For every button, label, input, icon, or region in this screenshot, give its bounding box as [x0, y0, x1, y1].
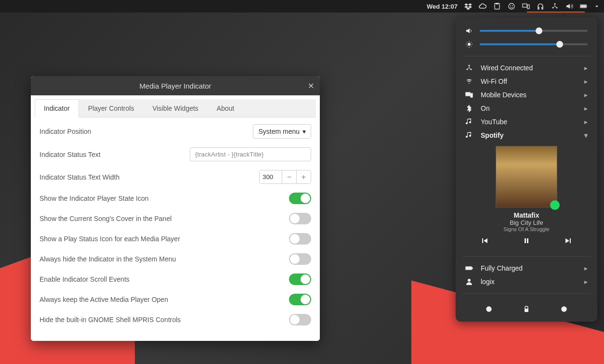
svg-rect-12 [581, 5, 586, 7]
toggle-3[interactable] [289, 253, 311, 265]
toggle-label-4: Enable Indicator Scroll Events [39, 275, 289, 283]
toggle-5[interactable] [289, 294, 311, 305]
toggle-label-5: Always keep the Active Media Player Open [39, 296, 289, 303]
battery-icon [465, 264, 473, 272]
width-increment[interactable]: + [296, 170, 311, 183]
menu-youtube[interactable]: YouTube▸ [456, 115, 597, 129]
tab-indicator[interactable]: Indicator [35, 99, 79, 117]
gaming-icon[interactable] [508, 2, 515, 10]
menu-wifi[interactable]: Wi-Fi Off▸ [456, 75, 597, 88]
label-status-text: Indicator Status Text [39, 151, 190, 158]
label-position: Indicator Position [39, 128, 253, 135]
settings-window: Media Player Indicator ✕ Indicator Playe… [31, 76, 320, 341]
power-icon[interactable] [560, 305, 568, 313]
toggle-4[interactable] [289, 273, 311, 285]
clock[interactable]: Wed 12:07 [427, 3, 458, 10]
toggle-1[interactable] [289, 213, 311, 224]
svg-point-25 [468, 279, 471, 282]
width-spinner: − + [259, 170, 311, 184]
form: Indicator Position System menu▾ Indicato… [35, 117, 316, 337]
prev-track-icon[interactable] [481, 237, 488, 245]
pause-icon[interactable] [523, 237, 530, 245]
svg-rect-21 [527, 238, 528, 243]
lock-icon[interactable] [523, 305, 530, 313]
settings-icon[interactable] [485, 305, 493, 313]
next-track-icon[interactable] [565, 237, 572, 245]
brightness-slider[interactable] [480, 43, 588, 45]
chevron-right-icon: ▸ [584, 104, 588, 112]
tab-player-controls[interactable]: Player Controls [79, 99, 144, 117]
toggle-label-2: Show a Play Status Icon for each Media P… [39, 235, 289, 243]
album-art[interactable] [496, 146, 557, 208]
battery-icon[interactable] [580, 2, 588, 10]
music-icon [465, 131, 473, 139]
chevron-right-icon: ▸ [584, 78, 588, 85]
devices-icon[interactable] [522, 2, 530, 10]
toggle-label-6: Hide the built-in GNOME Shell MPRIS Cont… [39, 316, 289, 324]
top-bar: Wed 12:07 [0, 0, 604, 13]
menu-label: Mobile Devices [481, 91, 577, 99]
svg-rect-6 [527, 5, 529, 9]
close-icon[interactable]: ✕ [308, 81, 314, 91]
menu-label: YouTube [481, 118, 577, 126]
position-select[interactable]: System menu▾ [253, 124, 311, 139]
menu-spotify[interactable]: Spotify▾ [456, 129, 597, 142]
headphones-icon[interactable] [537, 2, 544, 10]
tab-about[interactable]: About [208, 99, 244, 117]
svg-rect-1 [496, 3, 499, 4]
svg-rect-23 [472, 268, 473, 269]
toggle-label-3: Always hide the Indicator in the System … [39, 255, 289, 263]
svg-point-2 [509, 3, 514, 9]
window-titlebar[interactable]: Media Player Indicator ✕ [31, 76, 320, 95]
player-card: Mattafix Big City Life Signs Of A Strugg… [456, 142, 597, 251]
cloud-icon[interactable] [479, 2, 486, 10]
tabs: Indicator Player Controls Visible Widget… [35, 99, 316, 117]
menu-battery[interactable]: Fully Charged▸ [456, 261, 597, 275]
system-tray [464, 2, 604, 10]
svg-point-13 [468, 43, 471, 46]
system-menu: Wired Connected▸ Wi-Fi Off▸ Mobile Devic… [456, 17, 597, 322]
menu-label: logix [481, 278, 577, 286]
toggle-0[interactable] [289, 193, 311, 204]
tab-visible-widgets[interactable]: Visible Widgets [143, 99, 207, 117]
svg-point-4 [512, 5, 513, 6]
wifi-off-icon [465, 78, 473, 85]
clipboard-icon[interactable] [493, 2, 501, 10]
bluetooth-icon [465, 104, 473, 112]
volume-slider[interactable] [480, 30, 588, 32]
menu-mobile[interactable]: Mobile Devices▸ [456, 88, 597, 102]
chevron-down-icon[interactable] [594, 2, 599, 10]
width-decrement[interactable]: − [282, 170, 296, 183]
volume-slider-row [456, 24, 597, 38]
brightness-icon [465, 40, 473, 48]
chevron-right-icon: ▸ [584, 91, 588, 99]
window-title: Media Player Indicator [139, 82, 211, 90]
width-input[interactable] [260, 170, 282, 183]
music-icon [465, 118, 473, 126]
menu-label: Spotify [481, 131, 577, 139]
dropbox-icon[interactable] [464, 2, 472, 10]
svg-rect-24 [466, 267, 471, 269]
menu-label: On [481, 104, 577, 112]
svg-point-3 [510, 5, 511, 6]
ethernet-icon [465, 64, 473, 72]
menu-user[interactable]: logix▸ [456, 275, 597, 288]
chevron-right-icon: ▸ [584, 118, 588, 126]
toggle-label-0: Show the Indicator Player State Icon [39, 195, 289, 202]
status-text-input[interactable] [190, 147, 311, 161]
toggle-2[interactable] [289, 233, 311, 245]
svg-rect-19 [471, 93, 473, 97]
toggle-6[interactable] [289, 314, 311, 325]
user-icon [465, 278, 473, 286]
menu-bluetooth[interactable]: On▸ [456, 102, 597, 115]
network-icon[interactable] [551, 2, 559, 10]
toggle-label-1: Show the Current Song's Cover in the Pan… [39, 215, 289, 222]
chevron-down-icon: ▾ [302, 128, 306, 135]
svg-rect-20 [525, 238, 526, 243]
menu-label: Wi-Fi Off [481, 78, 577, 85]
volume-icon[interactable] [565, 2, 573, 10]
track-title: Big City Life [461, 219, 591, 226]
svg-rect-11 [586, 6, 587, 7]
svg-point-17 [469, 83, 470, 84]
menu-wired[interactable]: Wired Connected▸ [456, 61, 597, 75]
